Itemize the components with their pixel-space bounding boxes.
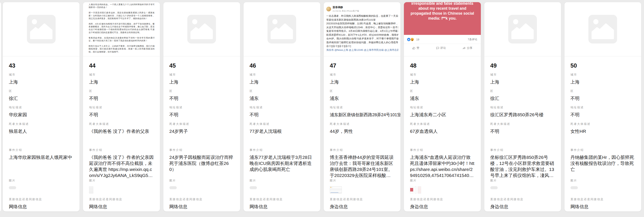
record-card[interactable]: 49 城市上海 区徐汇 地址描述徐汇区罗秀路850弄26号楼 死者大体描述不明 … (484, 2, 561, 212)
record-card[interactable]: 45 城市上海 区不明 地址描述不明 死者大体描述24岁男子 事件介绍24岁男子… (163, 2, 240, 212)
attachment-preview[interactable] (484, 2, 561, 56)
field-label-images: 图片 (170, 179, 234, 183)
field-label-city: 城市 (490, 73, 555, 77)
field-label-deceased: 死者大体描述 (330, 122, 394, 126)
field-label-images: 图片 (250, 179, 314, 183)
field-value-deceased: 不明 (490, 128, 555, 134)
field-value-direct: 身边信息 (410, 204, 474, 210)
field-label-event: 事件介绍 (490, 148, 555, 152)
attachment-thumbnail[interactable] (410, 186, 414, 194)
record-number: 45 (170, 62, 234, 73)
field-label-city: 城市 (250, 73, 314, 77)
record-gallery: 43 城市上海 区徐汇 地址描述华欣家园 死者大体描述独居老人 事件介绍上海华欣… (0, 0, 644, 217)
article-screenshot: 人都没有这样的机会。一个病人需要几十个人的同时帮助和关怀才有可能获得一丝的机会！… (83, 2, 160, 56)
share-button[interactable]: 分享 (462, 46, 472, 50)
field-label-address: 地址描述 (570, 105, 635, 109)
attachment-preview[interactable] (244, 2, 320, 56)
field-value-address: 不明 (170, 112, 234, 118)
field-value-event: 24岁男子因核酸而延误治疗而猝死于浦东医院（微博@红茶260） (170, 154, 234, 173)
field-label-district: 区 (490, 89, 555, 93)
attachment-thumbnail[interactable] (250, 186, 257, 189)
social-post-text: irresponsible and false statements about… (409, 2, 476, 35)
attachment-thumbnail[interactable] (490, 186, 498, 189)
field-label-deceased: 死者大体描述 (170, 122, 234, 126)
field-value-city: 上海 (250, 79, 314, 85)
record-card[interactable]: 50 城市上海 区不明 地址描述不明 死者大体描述女性HR 事件介绍丹纳赫集团的… (564, 2, 642, 212)
weibo-post-line: 从这天开始我大伯停地电话12345，疾控中心，居委转运车一直不来。永 (326, 26, 398, 29)
field-value-deceased: 24岁男子 (170, 128, 234, 134)
weibo-post-line: 合十][合十][合十][合十] (326, 44, 398, 48)
comment-bubble-icon (436, 46, 439, 50)
attachment-thumbnail[interactable] (570, 186, 578, 189)
field-label-images: 图片 (490, 179, 555, 183)
article-paragraph: 剩下我送来的物资，妈妈说赶我回去：快回去！快回去！外面不安宁，你别再有事 (88, 56, 154, 56)
field-label-deceased: 死者大体描述 (490, 122, 555, 126)
field-label-district: 区 (170, 89, 234, 93)
field-label-address: 地址描述 (250, 105, 314, 109)
article-paragraph: 那一天我觉得我们是幸运的，我还在朋友圈里感谢人民群众！感谢友爱！当时我的小区已被… (88, 11, 154, 20)
field-label-district: 区 (9, 89, 74, 93)
comment-count[interactable]: 7条评论 (468, 38, 477, 41)
field-label-event: 事件介绍 (330, 148, 394, 152)
attachment-preview[interactable] (3, 2, 80, 56)
attachment-preview[interactable]: 人都没有这样的机会。一个病人需要几十个人的同时帮助和关怀才有可能获得一丝的机会！… (83, 2, 160, 56)
attachment-thumbnail[interactable] (418, 186, 421, 194)
field-label-event: 事件介绍 (250, 148, 314, 152)
record-card[interactable]: 46 城市上海 区浦东 地址描述不明 死者大体描述77岁老人沈瑞根 事件介绍浦东… (243, 2, 320, 212)
field-value-direct: 网络信息 (170, 204, 234, 210)
field-value-district: 不明 (170, 95, 234, 101)
field-label-event: 事件介绍 (570, 148, 635, 152)
field-label-district: 区 (410, 89, 474, 93)
field-value-address: 徐汇区罗秀路850弄26号楼 (490, 112, 555, 118)
attachment-thumbnail[interactable] (330, 186, 342, 194)
field-label-city: 城市 (570, 73, 635, 77)
field-value-deceased: 77岁老人沈瑞根 (250, 128, 314, 134)
record-card[interactable]: 茶香禅静 4-2 02:31 来自 iPhone客户端 一名志愿者，昨日我投入路… (324, 2, 401, 212)
social-post-stats: 19 7条评论 (404, 35, 481, 44)
field-label-city: 城市 (9, 73, 74, 77)
record-card[interactable]: 43 城市上海 区徐汇 地址描述华欣家园 死者大体描述独居老人 事件介绍上海华欣… (2, 2, 80, 212)
field-value-address: 浦东新区唐镇创新西路28弄24号101室 (330, 112, 394, 118)
field-label-images: 图片 (9, 179, 74, 183)
field-value-district: 浦东 (250, 95, 314, 101)
field-value-event: 《我的爸爸 没了》作者的父亲因延误治疗而不得不高位截肢，未久遍离世 https:… (89, 154, 154, 179)
field-value-direct: 网络信息 (89, 204, 154, 210)
record-card[interactable]: irresponsible and false statements about… (404, 2, 481, 212)
field-label-direct: 直接信息还是间接信息 (490, 198, 555, 201)
weibo-username: 茶香禅静 (332, 5, 359, 9)
image-placeholder-icon (508, 15, 537, 43)
record-card[interactable]: 人都没有这样的机会。一个病人需要几十个人的同时帮助和关怀才有可能获得一丝的机会！… (83, 2, 160, 212)
field-label-address: 地址描述 (89, 105, 154, 109)
field-value-address: 不明 (250, 112, 314, 118)
field-value-district: 浦东 (330, 95, 394, 101)
attachment-preview[interactable] (564, 2, 641, 56)
attachment-thumbnail[interactable] (9, 186, 16, 189)
field-value-event: 上海华欣家园独居老人饿死家中 (9, 154, 74, 160)
attachment-preview[interactable]: irresponsible and false statements about… (404, 2, 481, 56)
attachment-thumbnail[interactable] (415, 186, 416, 194)
weibo-post-line: 20220329去医院采样核酸，以便1号血透，晚上被告知核酸异样，等待转移 (326, 22, 398, 26)
field-label-direct: 直接信息还是间接信息 (170, 198, 234, 201)
field-label-event: 事件介绍 (89, 148, 154, 152)
field-value-deceased: 独居老人 (9, 128, 74, 134)
field-label-address: 地址描述 (9, 105, 74, 109)
image-placeholder-icon (268, 15, 296, 43)
field-value-city: 上海 (9, 79, 74, 85)
field-value-district: 浦东 (410, 95, 474, 101)
attachment-preview[interactable]: 茶香禅静 4-2 02:31 来自 iPhone客户端 一名志愿者，昨日我投入路… (324, 2, 400, 56)
field-label-event: 事件介绍 (170, 148, 234, 152)
field-label-address: 地址描述 (490, 105, 555, 109)
previous-card-edge (0, 2, 1, 212)
field-value-district: 徐汇 (9, 95, 74, 101)
comment-button[interactable]: 评论 (436, 46, 446, 50)
like-button[interactable]: 赞 (412, 46, 420, 50)
field-label-direct: 直接信息还是间接信息 (410, 198, 474, 201)
field-value-direct: 身边信息 (330, 204, 394, 210)
field-value-event: 上海浦东*血透病人延误治疗致死且遗体滞留家中约30小时！https://shar… (410, 154, 474, 179)
field-label-city: 城市 (89, 73, 154, 77)
attachment-preview[interactable] (163, 2, 240, 56)
attachment-thumbnail[interactable] (170, 186, 177, 189)
field-label-event: 事件介绍 (410, 148, 474, 152)
attachment-thumbnail[interactable] (89, 186, 93, 194)
reaction-summary: 19 (407, 38, 419, 41)
